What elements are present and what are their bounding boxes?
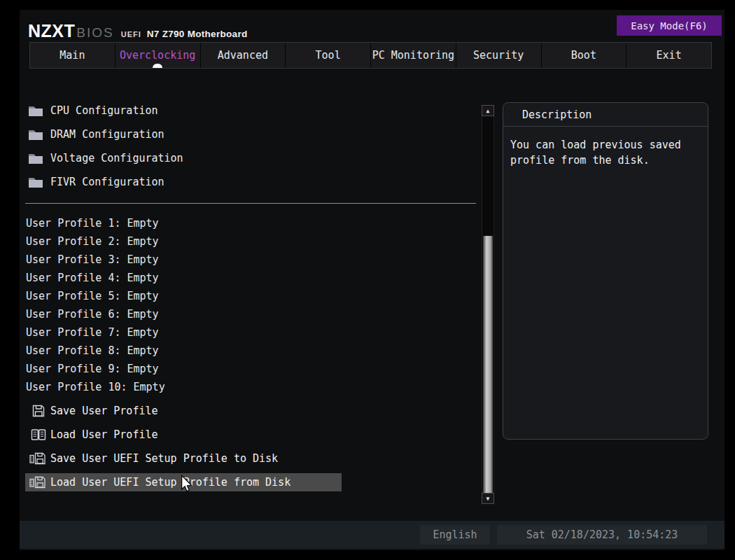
datetime-display: Sat 02/18/2023, 10:54:23 <box>497 525 707 545</box>
usb-floppy-icon <box>29 475 48 489</box>
main-panel: NZXT BIOS UEFI N7 Z790 Motherboard Easy … <box>20 10 724 550</box>
folder-label: Voltage Configuration <box>50 152 183 164</box>
status-bar: English Sat 02/18/2023, 10:54:23 <box>20 521 724 549</box>
profile-item: User Profile 5: Empty <box>25 287 482 305</box>
floppy-icon <box>29 404 48 418</box>
usb-floppy-icon <box>29 451 48 465</box>
description-body: You can load previous saved profile from… <box>503 127 708 168</box>
scrollbar[interactable]: ▲ ▼ <box>482 105 494 504</box>
tab-label: Overclocking <box>120 49 195 62</box>
profile-item: User Profile 8: Empty <box>25 342 482 360</box>
tab-security[interactable]: Security <box>456 43 542 68</box>
nzxt-logo: NZXT <box>28 21 75 41</box>
folder-icon <box>28 129 45 141</box>
tab-label: Tool <box>316 49 341 62</box>
action-item-load-user-uefi-setup-profile-from-disk[interactable]: Load User UEFI Setup Profile from Disk <box>25 473 342 491</box>
brand-row: NZXT BIOS UEFI N7 Z790 Motherboard <box>28 21 247 41</box>
profile-item: User Profile 1: Empty <box>25 214 482 232</box>
scroll-down-button[interactable]: ▼ <box>482 493 494 504</box>
profile-item: User Profile 4: Empty <box>25 269 482 287</box>
menu-list: CPU ConfigurationDRAM ConfigurationVolta… <box>25 99 482 491</box>
folder-item-cpu[interactable]: CPU Configuration <box>25 99 482 122</box>
tab-bar: MainOverclockingAdvancedToolPC Monitorin… <box>29 42 712 69</box>
tab-label: Advanced <box>218 49 268 62</box>
action-label: Load User UEFI Setup Profile from Disk <box>50 476 290 489</box>
easy-mode-button[interactable]: Easy Mode(F6) <box>617 15 722 36</box>
tab-boot[interactable]: Boot <box>542 43 627 68</box>
tab-label: PC Monitoring <box>372 49 454 62</box>
folder-group: CPU ConfigurationDRAM ConfigurationVolta… <box>25 99 482 194</box>
tab-label: Security <box>473 49 524 62</box>
action-item-save-user-uefi-setup-profile-to-disk[interactable]: Save User UEFI Setup Profile to Disk <box>25 449 342 468</box>
tab-advanced[interactable]: Advanced <box>201 43 286 68</box>
tab-label: Boot <box>571 49 596 62</box>
profile-item: User Profile 2: Empty <box>25 232 482 251</box>
action-label: Save User UEFI Setup Profile to Disk <box>50 452 278 465</box>
tab-tool[interactable]: Tool <box>286 43 371 68</box>
tab-label: Exit <box>657 49 682 62</box>
tab-overclocking[interactable]: Overclocking <box>115 43 201 68</box>
scroll-up-button[interactable]: ▲ <box>482 105 494 116</box>
folder-icon <box>28 153 45 164</box>
action-item-save-user-profile[interactable]: Save User Profile <box>25 402 342 420</box>
action-item-load-user-profile[interactable]: Load User Profile <box>25 426 342 444</box>
description-title: Description <box>503 103 708 127</box>
profile-item: User Profile 6: Empty <box>25 305 482 323</box>
folder-icon <box>28 176 45 188</box>
tab-main[interactable]: Main <box>30 43 115 68</box>
scroll-track[interactable] <box>482 116 494 493</box>
board-name: N7 Z790 Motherboard <box>147 29 248 39</box>
tab-label: Main <box>59 49 85 62</box>
folder-item-dram[interactable]: DRAM Configuration <box>25 122 482 146</box>
folder-item-voltage[interactable]: Voltage Configuration <box>25 146 482 170</box>
folder-icon <box>28 105 45 117</box>
tab-pc-monitoring[interactable]: PC Monitoring <box>371 43 456 68</box>
uefi-label: UEFI <box>121 30 141 38</box>
action-label: Load User Profile <box>50 428 158 441</box>
profile-item: User Profile 10: Empty <box>25 378 482 396</box>
folder-item-fivr[interactable]: FIVR Configuration <box>25 170 482 194</box>
description-panel: Description You can load previous saved … <box>503 102 708 440</box>
menu-divider <box>25 203 476 204</box>
folder-label: DRAM Configuration <box>50 128 164 141</box>
profile-item: User Profile 3: Empty <box>25 251 482 269</box>
folder-label: FIVR Configuration <box>50 176 164 188</box>
book-icon <box>29 428 48 441</box>
folder-label: CPU Configuration <box>50 104 158 117</box>
action-label: Save User Profile <box>50 405 158 417</box>
tab-exit[interactable]: Exit <box>626 43 711 68</box>
active-tab-indicator <box>153 64 162 68</box>
profile-item: User Profile 7: Empty <box>25 323 482 342</box>
scroll-thumb[interactable] <box>483 236 493 493</box>
profile-item: User Profile 9: Empty <box>25 360 482 378</box>
language-selector[interactable]: English <box>420 525 490 545</box>
profile-group: User Profile 1: EmptyUser Profile 2: Emp… <box>25 214 482 396</box>
bios-label: BIOS <box>76 25 113 41</box>
action-group: Save User ProfileLoad User ProfileSave U… <box>25 402 482 491</box>
